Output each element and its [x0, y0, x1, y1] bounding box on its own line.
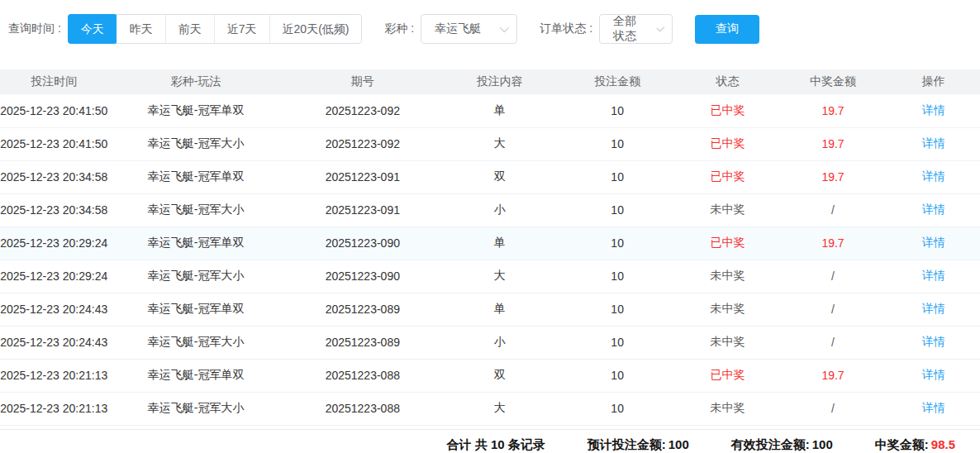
- order-status-label: 订单状态 :: [540, 21, 592, 36]
- detail-link[interactable]: 详情: [922, 169, 945, 183]
- detail-link[interactable]: 详情: [922, 136, 945, 150]
- time-range-button[interactable]: 近7天: [214, 15, 269, 43]
- orders-table: 投注时间 彩种-玩法 期号 投注内容 投注金额 状态 中奖金额 操作 2025-…: [0, 69, 980, 426]
- filter-bar: 查询时间 : 今天昨天前天近7天近20天(低频) 彩种 : 幸运飞艇 订单状态 …: [0, 0, 980, 43]
- summary-valid-bet: 有效投注金额:100: [729, 437, 833, 453]
- cell-status: 未中奖: [676, 293, 779, 326]
- cell-lottery-play: 幸运飞艇-冠军单双: [107, 359, 283, 392]
- col-header-status: 状态: [676, 69, 779, 94]
- col-header-issue: 期号: [284, 69, 441, 94]
- cell-issue: 20251223-088: [284, 359, 441, 392]
- chevron-down-icon: [657, 24, 665, 32]
- chevron-down-icon: [500, 23, 509, 32]
- detail-link[interactable]: 详情: [922, 368, 945, 381]
- cell-lottery-play: 幸运飞艇-冠军单双: [107, 293, 283, 326]
- cell-prize: 19.7: [779, 359, 887, 392]
- table-row: 2025-12-23 20:41:50 幸运飞艇-冠军单双 20251223-0…: [0, 94, 980, 127]
- cell-bet-content: 单: [441, 94, 559, 127]
- detail-link[interactable]: 详情: [922, 269, 945, 282]
- cell-issue: 20251223-091: [284, 193, 441, 226]
- cell-bet-time: 2025-12-23 20:29:24: [0, 260, 107, 293]
- cell-prize: /: [779, 260, 887, 293]
- summary-valid-bet-value: 100: [812, 437, 833, 451]
- cell-issue: 20251223-092: [284, 94, 441, 127]
- cell-bet-time: 2025-12-23 20:21:13: [0, 359, 107, 392]
- detail-link[interactable]: 详情: [922, 236, 945, 249]
- cell-prize: 19.7: [779, 94, 887, 127]
- summary-expected-bet: 预计投注金额:100: [585, 437, 689, 453]
- cell-status: 未中奖: [676, 260, 779, 293]
- order-status-select-value: 全部状态: [610, 14, 645, 44]
- col-header-action: 操作: [887, 69, 980, 94]
- summary-expected-bet-value: 100: [668, 437, 689, 451]
- cell-bet-content: 大: [441, 392, 559, 425]
- cell-issue: 20251223-092: [284, 127, 441, 160]
- summary-win-amount: 中奖金额:98.5: [873, 437, 955, 453]
- summary-bar: 合计 共 10 条记录 预计投注金额:100 有效投注金额:100 中奖金额:9…: [0, 429, 980, 453]
- table-row: 2025-12-23 20:24:43 幸运飞艇-冠军大小 20251223-0…: [0, 326, 980, 359]
- cell-bet-time: 2025-12-23 20:34:58: [0, 193, 107, 226]
- time-range-button[interactable]: 昨天: [117, 15, 165, 43]
- cell-lottery-play: 幸运飞艇-冠军大小: [107, 260, 283, 293]
- col-header-bet-amount: 投注金额: [559, 69, 676, 94]
- cell-bet-amount: 10: [559, 260, 676, 293]
- cell-bet-amount: 10: [559, 193, 676, 226]
- cell-lottery-play: 幸运飞艇-冠军单双: [107, 94, 283, 127]
- cell-status: 已中奖: [676, 226, 779, 260]
- cell-issue: 20251223-089: [284, 293, 441, 326]
- cell-status: 未中奖: [676, 193, 779, 226]
- cell-prize: /: [779, 326, 887, 359]
- cell-status: 已中奖: [676, 94, 779, 127]
- time-filter-label: 查询时间 :: [8, 21, 61, 36]
- cell-bet-amount: 10: [559, 326, 676, 359]
- time-range-group: 今天昨天前天近7天近20天(低频): [68, 14, 363, 44]
- cell-status: 已中奖: [676, 359, 779, 392]
- cell-bet-time: 2025-12-23 20:24:43: [0, 326, 107, 359]
- lottery-select[interactable]: 幸运飞艇: [421, 14, 517, 44]
- cell-lottery-play: 幸运飞艇-冠军单双: [107, 226, 283, 260]
- detail-link[interactable]: 详情: [922, 103, 945, 117]
- time-range-button[interactable]: 近20天(低频): [269, 15, 362, 43]
- detail-link[interactable]: 详情: [922, 401, 945, 414]
- cell-prize: 19.7: [779, 127, 887, 160]
- cell-bet-time: 2025-12-23 20:41:50: [0, 127, 107, 160]
- summary-expected-bet-label: 预计投注金额:: [588, 437, 666, 451]
- cell-bet-time: 2025-12-23 20:41:50: [0, 94, 107, 127]
- detail-link[interactable]: 详情: [922, 203, 945, 216]
- table-row: 2025-12-23 20:41:50 幸运飞艇-冠军大小 20251223-0…: [0, 127, 980, 160]
- cell-bet-time: 2025-12-23 20:29:24: [0, 226, 107, 260]
- cell-lottery-play: 幸运飞艇-冠军大小: [107, 326, 283, 359]
- cell-bet-content: 双: [441, 359, 559, 392]
- table-row: 2025-12-23 20:34:58 幸运飞艇-冠军单双 20251223-0…: [0, 160, 980, 193]
- table-row: 2025-12-23 20:34:58 幸运飞艇-冠军大小 20251223-0…: [0, 193, 980, 226]
- cell-status: 未中奖: [676, 326, 779, 359]
- table-row: 2025-12-23 20:29:24 幸运飞艇-冠军单双 20251223-0…: [0, 226, 980, 260]
- col-header-lottery-play: 彩种-玩法: [107, 69, 283, 94]
- cell-lottery-play: 幸运飞艇-冠军单双: [107, 160, 283, 193]
- cell-prize: 19.7: [779, 160, 887, 193]
- cell-bet-amount: 10: [559, 160, 676, 193]
- cell-lottery-play: 幸运飞艇-冠军大小: [107, 127, 283, 160]
- query-button[interactable]: 查询: [695, 15, 759, 44]
- cell-bet-content: 单: [441, 226, 559, 260]
- cell-bet-content: 大: [441, 260, 559, 293]
- cell-prize: /: [779, 293, 887, 326]
- summary-win-amount-value: 98.5: [931, 437, 955, 451]
- cell-issue: 20251223-089: [284, 326, 441, 359]
- cell-bet-amount: 10: [559, 226, 676, 260]
- lottery-select-value: 幸运飞艇: [431, 21, 481, 36]
- detail-link[interactable]: 详情: [922, 335, 945, 348]
- cell-lottery-play: 幸运飞艇-冠军大小: [107, 193, 283, 226]
- time-range-button[interactable]: 前天: [165, 15, 214, 43]
- col-header-prize: 中奖金额: [779, 69, 887, 94]
- time-range-button[interactable]: 今天: [68, 14, 117, 44]
- cell-prize: /: [779, 392, 887, 425]
- cell-bet-amount: 10: [559, 359, 676, 392]
- col-header-bet-time: 投注时间: [0, 69, 107, 94]
- summary-valid-bet-label: 有效投注金额:: [731, 437, 810, 451]
- cell-prize: 19.7: [779, 226, 887, 260]
- order-status-select[interactable]: 全部状态: [599, 14, 673, 44]
- cell-bet-content: 单: [441, 293, 559, 326]
- detail-link[interactable]: 详情: [922, 302, 945, 315]
- cell-status: 未中奖: [676, 392, 779, 425]
